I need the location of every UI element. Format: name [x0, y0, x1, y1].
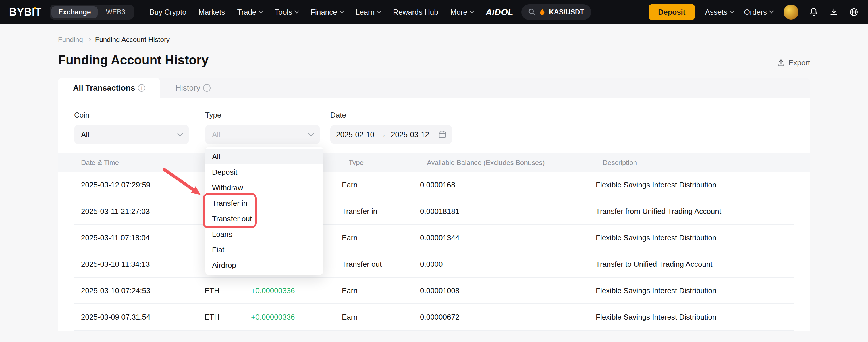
type-option-airdrop[interactable]: Airdrop: [205, 257, 323, 273]
cell-type: Earn: [342, 313, 420, 322]
chevron-down-icon: [339, 9, 344, 13]
chevron-down-icon: [769, 9, 774, 13]
bybit-logo[interactable]: BYBIT: [9, 6, 42, 18]
date-filter-label: Date: [330, 110, 452, 120]
hot-pair-label: KAS/USDT: [549, 8, 584, 16]
info-icon: [138, 84, 145, 92]
coin-select[interactable]: All: [74, 125, 189, 144]
table-row: 2025-03-11 21:27:03 Transfer in 0.000181…: [74, 198, 794, 225]
type-option-loans[interactable]: Loans: [205, 226, 323, 242]
cell-type: Earn: [342, 286, 420, 295]
chevron-down-icon: [377, 9, 382, 13]
type-filter-label: Type: [205, 110, 320, 120]
chevron-down-icon: [177, 131, 183, 137]
chevron-right-icon: [87, 38, 91, 42]
nav-buy-crypto[interactable]: Buy Crypto: [149, 8, 186, 17]
info-icon: [203, 84, 211, 92]
type-option-withdraw[interactable]: Withdraw: [205, 180, 323, 195]
tab-history[interactable]: History: [160, 78, 225, 98]
nav-rewards-hub[interactable]: Rewards Hub: [393, 8, 438, 17]
export-icon: [777, 59, 785, 67]
table-row: 2025-03-10 07:24:53 ETH +0.00000336 Earn…: [74, 278, 794, 304]
cell-balance: 0.00001344: [420, 233, 596, 242]
tab-all-transactions[interactable]: All Transactions: [58, 78, 160, 98]
type-option-transfer-in[interactable]: Transfer in: [205, 195, 323, 211]
nav-more[interactable]: More: [451, 8, 474, 17]
coin-filter-label: Coin: [74, 110, 189, 120]
cell-datetime: 2025-03-09 07:31:54: [74, 313, 205, 322]
cell-description: Flexible Savings Interest Distribution: [596, 233, 794, 242]
breadcrumb-funding[interactable]: Funding: [58, 36, 83, 44]
cell-description: Flexible Savings Interest Distribution: [596, 313, 794, 322]
nav-links: Buy Crypto Markets Trade Tools Finance L…: [149, 8, 474, 17]
table-row: 2025-03-11 07:18:04 Earn 0.00001344 Flex…: [74, 225, 794, 251]
funding-history-card: All Transactions History Coin All Type A…: [58, 78, 810, 331]
coin-filter-group: Coin All: [74, 110, 189, 144]
breadcrumb: Funding Funding Account History: [0, 24, 868, 44]
table-row: 2025-03-09 07:31:54 ETH +0.00000336 Earn…: [74, 304, 794, 331]
cell-datetime: 2025-03-10 07:24:53: [74, 286, 205, 295]
cell-description: Transfer to Unified Trading Account: [596, 260, 794, 269]
notifications-bell-icon[interactable]: [809, 7, 818, 17]
tabstrip: All Transactions History: [58, 78, 810, 98]
type-dropdown-menu: All Deposit Withdraw Transfer in Transfe…: [205, 147, 323, 275]
cell-balance: 0.00000672: [420, 313, 596, 322]
cell-coin: ETH: [205, 313, 251, 322]
cell-datetime: 2025-03-11 21:27:03: [74, 207, 205, 216]
bybit-logo-text: BYBIT: [9, 6, 42, 18]
exchange-web3-toggle: Exchange WEB3: [50, 5, 134, 20]
deposit-button[interactable]: Deposit: [649, 4, 694, 20]
cell-type: Transfer in: [342, 207, 420, 216]
table-header-type: Type: [349, 159, 427, 167]
export-label: Export: [788, 58, 810, 67]
nav-finance[interactable]: Finance: [310, 8, 343, 17]
cell-type: Earn: [342, 233, 420, 242]
cell-amount: +0.00000336: [251, 286, 342, 295]
table-header-row: Date & Time Type Available Balance (Excl…: [58, 153, 810, 172]
table-header-description: Description: [602, 159, 794, 167]
type-option-transfer-out[interactable]: Transfer out: [205, 211, 323, 226]
nav-markets[interactable]: Markets: [198, 8, 225, 17]
search-input[interactable]: KAS/USDT: [521, 4, 591, 20]
nav-right-cluster: Assets Orders: [705, 5, 859, 20]
export-button[interactable]: Export: [777, 58, 810, 67]
date-range-arrow: →: [379, 130, 386, 139]
cell-coin: ETH: [205, 286, 251, 295]
nav-tools[interactable]: Tools: [275, 8, 299, 17]
globe-language-icon[interactable]: [849, 7, 859, 17]
type-select[interactable]: All: [205, 125, 320, 144]
coin-select-value: All: [81, 130, 89, 139]
avatar[interactable]: [783, 5, 799, 20]
top-navbar: BYBIT Exchange WEB3 Buy Crypto Markets T…: [0, 0, 868, 24]
type-option-all[interactable]: All: [205, 149, 323, 164]
flame-icon: [539, 8, 546, 16]
cell-amount: +0.00000336: [251, 313, 342, 322]
cell-description: Flexible Savings Interest Distribution: [596, 180, 794, 190]
cell-balance: 0.00001008: [420, 286, 596, 295]
page-title: Funding Account History: [58, 53, 209, 67]
type-option-fiat[interactable]: Fiat: [205, 242, 323, 257]
type-filter-group: Type All: [205, 110, 320, 144]
title-row: Funding Account History Export: [0, 53, 868, 67]
type-select-value: All: [212, 130, 220, 139]
toggle-exchange[interactable]: Exchange: [52, 6, 98, 18]
date-range-input[interactable]: 2025-02-10 → 2025-03-12: [330, 125, 452, 144]
chevron-down-icon: [308, 131, 314, 137]
cell-balance: 0.0000: [420, 260, 596, 269]
nav-orders[interactable]: Orders: [744, 8, 773, 17]
type-option-deposit[interactable]: Deposit: [205, 164, 323, 180]
nav-trade[interactable]: Trade: [237, 8, 262, 17]
cell-type: Earn: [342, 180, 420, 190]
chevron-down-icon: [469, 9, 474, 13]
nav-divider: [142, 7, 143, 17]
logo-accent-dot: [34, 7, 36, 9]
aidol-logo[interactable]: AiDOL: [486, 7, 513, 17]
table-body: 2025-03-12 07:29:59 Earn 0.0000168 Flexi…: [58, 172, 810, 331]
toggle-web3[interactable]: WEB3: [99, 6, 132, 18]
download-icon[interactable]: [829, 7, 839, 17]
nav-learn[interactable]: Learn: [355, 8, 381, 17]
date-from-value: 2025-02-10: [336, 130, 374, 139]
chevron-down-icon: [258, 9, 264, 13]
calendar-icon[interactable]: [438, 131, 446, 139]
nav-assets[interactable]: Assets: [705, 8, 734, 17]
